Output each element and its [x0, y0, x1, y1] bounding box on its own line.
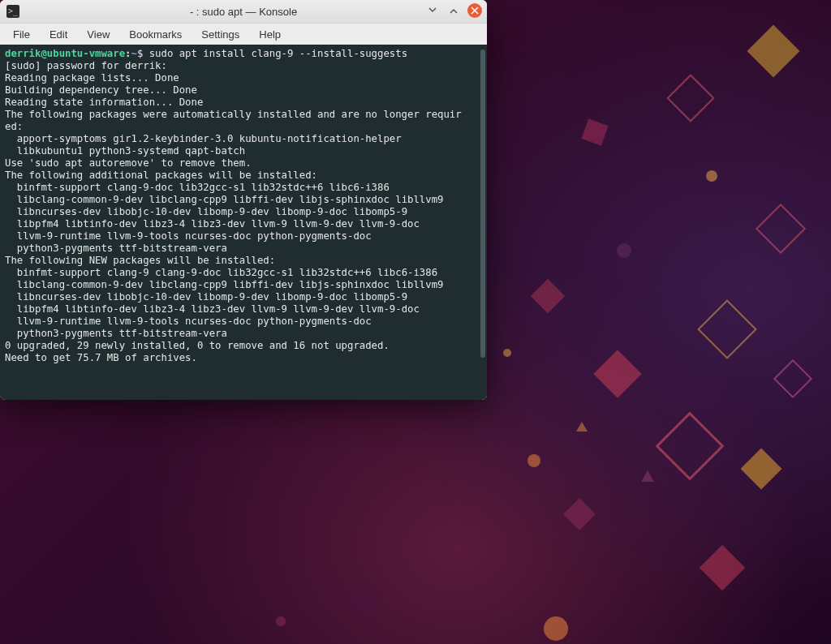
decorative-shape	[503, 349, 511, 357]
decorative-shape	[741, 449, 782, 490]
desktop-wallpaper: >_ - : sudo apt — Konsole File Edit View…	[0, 0, 831, 644]
decorative-shape	[641, 470, 654, 482]
menu-view[interactable]: View	[77, 26, 119, 43]
decorative-shape	[576, 422, 588, 431]
decorative-shape	[581, 118, 608, 145]
decorative-shape	[593, 350, 641, 397]
menu-settings[interactable]: Settings	[192, 26, 249, 43]
decorative-shape	[697, 299, 757, 359]
decorative-shape	[656, 412, 725, 481]
maximize-button[interactable]	[446, 3, 461, 18]
menu-file[interactable]: File	[3, 26, 40, 43]
decorative-shape	[563, 498, 596, 530]
decorative-shape	[773, 359, 812, 398]
close-button[interactable]	[467, 3, 482, 18]
decorative-shape	[700, 545, 746, 591]
decorative-shape	[706, 170, 717, 182]
menu-edit[interactable]: Edit	[40, 26, 77, 43]
konsole-window: >_ - : sudo apt — Konsole File Edit View…	[0, 0, 487, 400]
decorative-shape	[531, 279, 565, 313]
decorative-shape	[544, 616, 568, 641]
konsole-icon: >_	[6, 5, 19, 18]
decorative-shape	[527, 454, 540, 467]
terminal-scrollbar[interactable]	[480, 49, 485, 358]
menu-bar: File Edit View Bookmarks Settings Help	[0, 23, 487, 45]
decorative-shape	[343, 578, 382, 617]
window-titlebar[interactable]: >_ - : sudo apt — Konsole	[0, 0, 487, 23]
decorative-shape	[454, 543, 474, 563]
menu-help[interactable]: Help	[249, 26, 291, 43]
decorative-shape	[756, 204, 806, 254]
decorative-shape	[276, 616, 286, 626]
decorative-shape	[666, 74, 714, 122]
decorative-shape	[747, 24, 799, 77]
terminal-output[interactable]: derrik@ubuntu-vmware:~$ sudo apt install…	[0, 45, 487, 400]
window-title: - : sudo apt — Konsole	[0, 6, 487, 18]
decorative-shape	[617, 243, 631, 258]
minimize-button[interactable]	[425, 3, 440, 18]
menu-bookmarks[interactable]: Bookmarks	[119, 26, 192, 43]
